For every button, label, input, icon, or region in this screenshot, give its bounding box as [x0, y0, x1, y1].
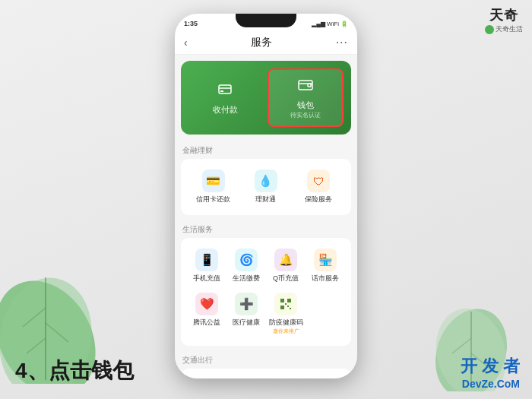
svg-rect-11 [219, 85, 231, 93]
health-code-icon [274, 293, 297, 315]
health-code-label: 防疫健康码 [269, 318, 303, 328]
back-button[interactable]: ‹ [184, 36, 188, 49]
health-icon: ➕ [235, 293, 258, 315]
grid-item-travel[interactable]: 🚌 出行服务 [187, 375, 239, 378]
grid-item-credit-card[interactable]: 💳 信用卡还款 [187, 165, 239, 209]
bottom-brand: 开 发 者 DevZe.CoM [461, 355, 520, 390]
grid-item-market[interactable]: 🏪 话市服务 [306, 244, 345, 288]
finance-section-title: 金融理财 [181, 142, 351, 159]
wallet-sublabel: 待实名认证 [290, 111, 321, 119]
brand-name: 天奇 [489, 6, 518, 24]
phone-topup-label: 手机充值 [193, 274, 220, 283]
bottom-caption: 4、点击钱包 [15, 356, 134, 385]
q-coin-label: Q币充值 [273, 274, 299, 283]
credit-card-icon: 💳 [202, 169, 225, 192]
credit-card-label: 信用卡还款 [196, 195, 230, 204]
svg-rect-20 [285, 303, 287, 305]
life-fee-label: 生活缴费 [233, 274, 260, 283]
status-icons: ▂▄▆ WiFi 🔋 [312, 21, 348, 27]
life-section-title: 生活服务 [181, 221, 351, 238]
payment-label: 收付款 [213, 104, 238, 116]
grid-item-train[interactable]: 🚆 火车票机票 [239, 375, 292, 378]
life-section: 生活服务 📱 手机充值 🌀 生活缴费 🔔 Q币充值 🏪 话市服务 [181, 221, 351, 346]
svg-rect-19 [280, 306, 284, 309]
wallet-icon [297, 76, 314, 97]
insurance-label: 保险服务 [305, 195, 332, 204]
signal-icon: ▂▄▆ [312, 21, 325, 27]
health-code-promo: 邀你来推广 [273, 328, 299, 335]
svg-rect-13 [220, 90, 223, 92]
phone-topup-icon: 📱 [195, 249, 218, 271]
life-fee-icon: 🌀 [235, 249, 258, 271]
licaitong-icon: 💧 [255, 169, 277, 192]
transport-grid: 🚌 出行服务 🚆 火车票机票 🏨 酒店 [181, 369, 351, 378]
transport-section-title: 交通出行 [181, 352, 351, 369]
status-time: 1:35 [184, 20, 198, 27]
app-content: 收付款 钱包 待实名认证 金融理财 💳 信用卡还款 [175, 55, 357, 378]
brand-logo [485, 25, 494, 34]
grid-item-health-code[interactable]: 防疫健康码 邀你来推广 [266, 288, 306, 340]
battery-icon: 🔋 [340, 21, 348, 27]
svg-rect-21 [287, 306, 289, 307]
payment-icon [217, 81, 233, 101]
phone-notch [236, 14, 296, 27]
grid-item-licaitong[interactable]: 💧 理财通 [239, 165, 292, 209]
banner-item-wallet[interactable]: 钱包 待实名认证 [268, 68, 344, 127]
page-title: 服务 [251, 36, 272, 49]
charity-label: 腾讯公益 [193, 318, 220, 328]
bottom-brand-line2: DevZe.CoM [461, 378, 520, 390]
svg-rect-22 [290, 308, 291, 309]
market-icon: 🏪 [314, 249, 337, 271]
grid-item-health[interactable]: ➕ 医疗健康 [226, 288, 266, 340]
grid-item-charity[interactable]: ❤️ 腾讯公益 [187, 288, 226, 340]
phone-frame: 1:35 ▂▄▆ WiFi 🔋 ‹ 服务 ··· 收付款 [175, 14, 357, 378]
health-label: 医疗健康 [233, 318, 260, 328]
grid-item-insurance[interactable]: 🛡 保险服务 [293, 165, 345, 209]
finance-section: 金融理财 💳 信用卡还款 💧 理财通 🛡 保险服务 [181, 142, 351, 215]
wallet-label: 钱包 [297, 100, 314, 111]
q-coin-icon: 🔔 [274, 249, 297, 271]
brand-sub: 天奇生活 [485, 24, 523, 34]
grid-item-hotel[interactable]: 🏨 酒店 [293, 375, 345, 378]
insurance-icon: 🛡 [307, 169, 330, 192]
brand-top-right: 天奇 天奇生活 [485, 6, 523, 34]
grid-item-q-coin[interactable]: 🔔 Q币充值 [266, 244, 306, 288]
grid-item-life-fee[interactable]: 🌀 生活缴费 [226, 244, 266, 288]
transport-section: 交通出行 🚌 出行服务 🚆 火车票机票 🏨 酒店 [181, 352, 351, 378]
green-banner: 收付款 钱包 待实名认证 [181, 61, 351, 135]
app-header: ‹ 服务 ··· [175, 30, 357, 55]
wifi-icon: WiFi [327, 21, 339, 27]
banner-item-payment[interactable]: 收付款 [188, 68, 261, 127]
finance-grid: 💳 信用卡还款 💧 理财通 🛡 保险服务 [181, 159, 351, 215]
charity-icon: ❤️ [195, 293, 218, 315]
more-button[interactable]: ··· [336, 36, 348, 49]
bottom-brand-line1: 开 发 者 [461, 355, 520, 378]
market-label: 话市服务 [312, 274, 339, 283]
svg-rect-17 [280, 299, 284, 302]
grid-item-phone-topup[interactable]: 📱 手机充值 [187, 244, 226, 288]
svg-rect-18 [287, 299, 291, 302]
life-grid: 📱 手机充值 🌀 生活缴费 🔔 Q币充值 🏪 话市服务 ❤️ 腾讯公 [181, 238, 351, 346]
licaitong-label: 理财通 [255, 195, 276, 204]
